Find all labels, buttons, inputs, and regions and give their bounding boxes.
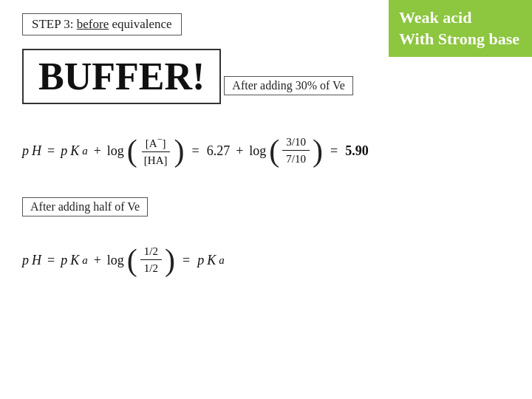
main-content: STEP 3: before equivalence BUFFER! After…	[0, 0, 389, 320]
section2-label: After adding half of Ve	[22, 197, 148, 216]
formula1: pH = pKa + log ( [A−] [HA] ) = 6.27 + lo…	[22, 125, 366, 177]
buffer-label: BUFFER!	[22, 49, 221, 104]
formula2-math: pH = pKa + log ( 1/2 1/2 ) = pKa	[22, 245, 225, 276]
formula2: pH = pKa + log ( 1/2 1/2 ) = pKa	[22, 234, 366, 286]
weak-acid-banner: Weak acid With Strong base	[389, 0, 532, 57]
banner-line2: With Strong base	[399, 30, 519, 48]
step-label: STEP 3: before equivalence	[22, 13, 182, 35]
section1-label: After adding 30% of Ve	[224, 76, 353, 95]
banner-line1: Weak acid	[399, 8, 471, 27]
formula1-math: pH = pKa + log ( [A−] [HA] ) = 6.27 + lo…	[22, 134, 369, 167]
